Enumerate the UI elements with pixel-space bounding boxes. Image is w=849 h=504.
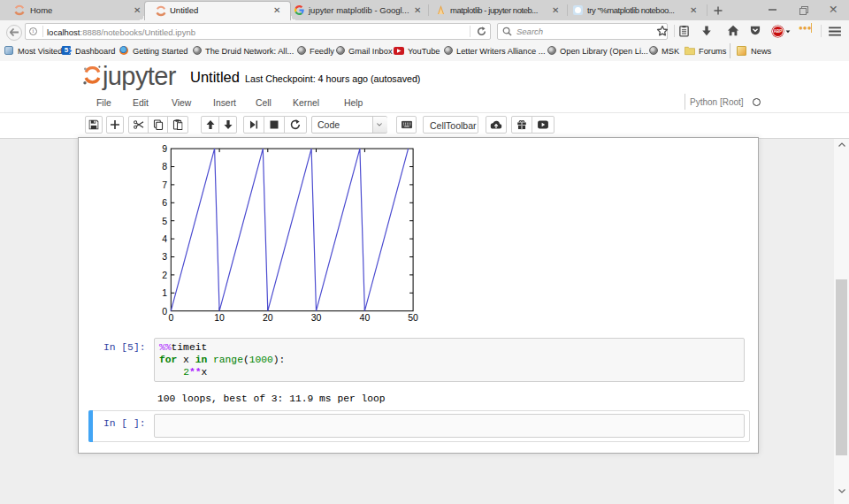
- svg-text:30: 30: [311, 312, 322, 323]
- svg-text:5: 5: [162, 216, 167, 226]
- svg-text:0: 0: [168, 312, 173, 323]
- svg-text:2: 2: [162, 270, 167, 280]
- svg-text:9: 9: [162, 143, 167, 154]
- svg-text:4: 4: [162, 233, 167, 244]
- svg-text:7: 7: [162, 179, 167, 190]
- svg-text:3: 3: [162, 251, 167, 262]
- svg-text:20: 20: [263, 312, 273, 323]
- svg-text:6: 6: [162, 197, 167, 208]
- svg-text:50: 50: [408, 312, 418, 323]
- svg-text:10: 10: [214, 312, 225, 323]
- svg-text:40: 40: [360, 312, 371, 323]
- svg-text:8: 8: [162, 161, 167, 172]
- svg-text:1: 1: [162, 287, 167, 298]
- svg-text:0: 0: [162, 306, 167, 317]
